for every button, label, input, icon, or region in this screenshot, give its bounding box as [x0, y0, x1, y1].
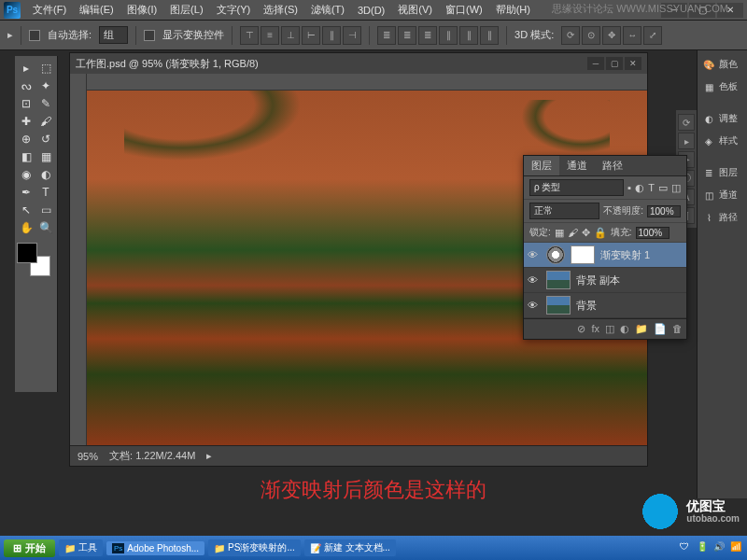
3d-roll-icon[interactable]: ⊙	[582, 26, 600, 45]
menu-window[interactable]: 窗口(W)	[439, 3, 489, 17]
shape-tool[interactable]: ▭	[36, 202, 55, 218]
tray-icon[interactable]: 🛡	[680, 541, 693, 554]
align-bottom-icon[interactable]: ⊥	[281, 26, 300, 45]
menu-layer[interactable]: 图层(L)	[163, 3, 209, 17]
menu-type[interactable]: 文字(Y)	[210, 3, 258, 17]
dist-left-icon[interactable]: ∥	[439, 26, 458, 45]
dodge-tool[interactable]: ◐	[36, 166, 55, 183]
tray-icon[interactable]: 🔋	[697, 541, 710, 554]
brush-tool[interactable]: 🖌	[36, 113, 55, 130]
menu-edit[interactable]: 编辑(E)	[73, 3, 120, 17]
layer-thumbnail[interactable]	[546, 271, 571, 289]
layer-row[interactable]: 👁 渐变映射 1	[524, 243, 686, 268]
new-group-icon[interactable]: 📁	[635, 323, 648, 335]
crop-tool[interactable]: ⊡	[17, 95, 35, 112]
pen-tool[interactable]: ✒	[17, 184, 35, 201]
lock-all-icon[interactable]: 🔒	[594, 227, 607, 239]
filter-type-icon[interactable]: T	[648, 182, 655, 193]
tab-layers[interactable]: 图层	[524, 156, 559, 175]
menu-view[interactable]: 视图(V)	[391, 3, 439, 17]
new-layer-icon[interactable]: 📄	[654, 323, 667, 335]
menu-file[interactable]: 文件(F)	[26, 3, 73, 17]
taskbar-item[interactable]: PsAdobe Photosh...	[106, 541, 204, 555]
layer-name[interactable]: 背景 副本	[576, 273, 620, 287]
3d-scale-icon[interactable]: ⤢	[643, 26, 662, 45]
tab-paths[interactable]: 路径	[595, 156, 630, 175]
document-titlebar[interactable]: 工作图.psd @ 95% (渐变映射 1, RGB/8) ─ ▢ ✕	[70, 53, 647, 74]
layer-name[interactable]: 背景	[576, 299, 597, 313]
3d-pan-icon[interactable]: ✥	[602, 26, 621, 45]
stamp-tool[interactable]: ⊕	[17, 131, 35, 147]
ruler-vertical[interactable]	[70, 74, 87, 445]
tray-icon[interactable]: 🔊	[713, 541, 726, 554]
system-tray[interactable]: 🛡 🔋 🔊 📶	[680, 541, 743, 554]
3d-slide-icon[interactable]: ↔	[623, 26, 641, 45]
lasso-tool[interactable]: ᔓ	[17, 77, 35, 94]
menu-image[interactable]: 图像(I)	[120, 3, 163, 17]
menu-help[interactable]: 帮助(H)	[489, 3, 537, 17]
taskbar-item[interactable]: 📁PS渐变映射的...	[208, 539, 301, 556]
layer-name[interactable]: 渐变映射 1	[600, 248, 650, 262]
layer-fx-icon[interactable]: fx	[591, 323, 599, 335]
blend-mode-select[interactable]: 正常	[529, 203, 599, 219]
layer-row[interactable]: 👁 背景 副本	[524, 268, 686, 293]
3d-orbit-icon[interactable]: ⟳	[561, 26, 580, 45]
zoom-level[interactable]: 95%	[78, 451, 98, 462]
wand-tool[interactable]: ✦	[36, 77, 55, 94]
align-vcenter-icon[interactable]: ≡	[261, 26, 279, 45]
ruler-horizontal[interactable]	[87, 74, 647, 91]
auto-select-checkbox[interactable]	[29, 30, 40, 41]
visibility-icon[interactable]: 👁	[528, 300, 541, 311]
filter-smart-icon[interactable]: ◫	[671, 182, 681, 194]
layer-row[interactable]: 👁 背景	[524, 293, 686, 318]
dist-right-icon[interactable]: ∥	[480, 26, 499, 45]
dock-paths[interactable]: ⌇路径	[699, 207, 745, 228]
filter-shape-icon[interactable]: ▭	[658, 182, 668, 194]
color-swatches[interactable]	[17, 243, 50, 276]
path-tool[interactable]: ↖	[17, 202, 35, 218]
dock-adjustments[interactable]: ◐调整	[699, 108, 745, 129]
visibility-icon[interactable]: 👁	[528, 249, 541, 260]
type-tool[interactable]: T	[36, 184, 55, 201]
eyedropper-tool[interactable]: ✎	[36, 95, 55, 112]
dock-color[interactable]: 🎨颜色	[699, 54, 745, 75]
dist-vcenter-icon[interactable]: ≣	[398, 26, 416, 45]
doc-close-button[interactable]: ✕	[625, 57, 641, 70]
lock-pixel-icon[interactable]: 🖌	[568, 227, 578, 238]
menu-select[interactable]: 选择(S)	[257, 3, 304, 17]
menu-3d[interactable]: 3D(D)	[351, 5, 391, 16]
actions-panel-icon[interactable]: ▸	[678, 133, 695, 149]
eraser-tool[interactable]: ◧	[17, 148, 35, 165]
auto-select-dropdown[interactable]: 组	[99, 26, 128, 44]
align-top-icon[interactable]: ⊤	[240, 26, 259, 45]
link-layers-icon[interactable]: ⊘	[577, 323, 585, 335]
doc-maximize-button[interactable]: ▢	[606, 57, 623, 70]
delete-layer-icon[interactable]: 🗑	[672, 323, 683, 335]
zoom-tool[interactable]: 🔍	[36, 219, 55, 236]
blur-tool[interactable]: ◉	[17, 166, 35, 183]
taskbar-item[interactable]: 📁工具	[59, 539, 103, 556]
history-brush-tool[interactable]: ↺	[36, 131, 55, 147]
visibility-icon[interactable]: 👁	[528, 274, 541, 286]
lock-trans-icon[interactable]: ▦	[555, 227, 564, 239]
align-hcenter-icon[interactable]: ∥	[322, 26, 341, 45]
add-adjustment-icon[interactable]: ◐	[620, 323, 629, 335]
align-left-icon[interactable]: ⊢	[302, 26, 320, 45]
filter-adj-icon[interactable]: ◐	[635, 182, 644, 194]
menu-filter[interactable]: 滤镜(T)	[304, 3, 351, 17]
dist-bottom-icon[interactable]: ≣	[418, 26, 437, 45]
layer-thumbnail[interactable]	[546, 245, 565, 264]
align-right-icon[interactable]: ⊣	[343, 26, 361, 45]
taskbar-item[interactable]: 📝新建 文本文档...	[304, 539, 396, 556]
doc-info[interactable]: 文档: 1.22M/2.44M	[109, 449, 195, 463]
dock-layers[interactable]: ≣图层	[699, 162, 745, 183]
marquee-tool[interactable]: ⬚	[36, 60, 55, 77]
doc-minimize-button[interactable]: ─	[587, 57, 604, 70]
layer-mask-thumbnail[interactable]	[571, 245, 595, 264]
gradient-tool[interactable]: ▦	[36, 148, 55, 165]
layer-kind-select[interactable]: ρ 类型	[529, 179, 624, 196]
opacity-input[interactable]: 100%	[647, 205, 681, 217]
layer-thumbnail[interactable]	[546, 296, 571, 315]
filter-pixel-icon[interactable]: ▪	[627, 182, 631, 193]
history-panel-icon[interactable]: ⟳	[678, 114, 695, 131]
